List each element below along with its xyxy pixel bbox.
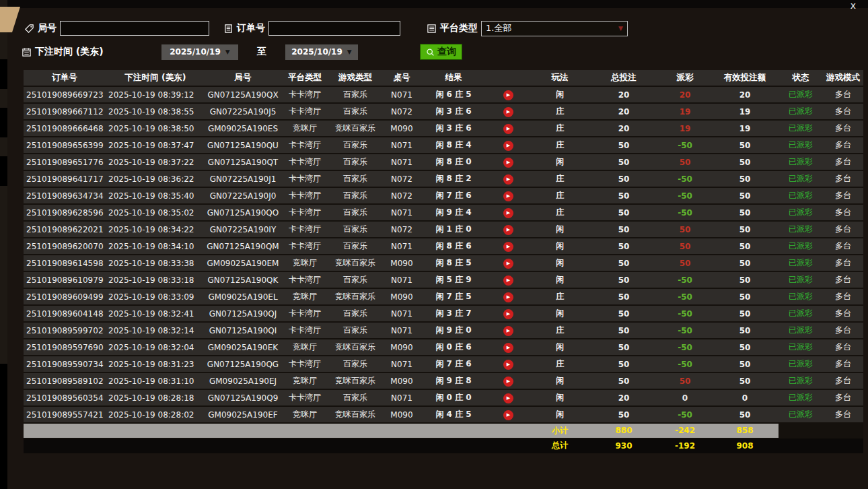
cell-result: 闲 8 庄 2 xyxy=(422,170,485,187)
cell-bet-time: 2025-10-19 08:34:22 xyxy=(106,221,205,238)
cell-valid-bet: 19 xyxy=(711,120,779,137)
play-video-icon[interactable]: ▶ xyxy=(503,410,513,420)
play-video-icon[interactable]: ▶ xyxy=(503,191,513,201)
play-video-icon[interactable]: ▶ xyxy=(503,158,513,168)
cell-valid-bet: 50 xyxy=(711,305,779,322)
platform-type-select[interactable]: 1.全部 ▼ xyxy=(481,21,628,36)
cell-round-no: GM09025A190ES xyxy=(205,120,281,137)
cell-round-no: GN07125A190QJ xyxy=(205,305,281,322)
cell-platform: 卡卡湾厅 xyxy=(281,305,329,322)
cell-result: 闲 9 庄 4 xyxy=(422,204,485,221)
cell-payout: -50 xyxy=(659,170,711,187)
cell-result: 闲 0 庄 0 xyxy=(422,389,485,406)
table-row: 251019089589102 2025-10-19 08:31:10 GM09… xyxy=(24,372,863,389)
table-row: 251019089666468 2025-10-19 08:38:50 GM09… xyxy=(24,120,863,137)
cell-status: 已派彩 xyxy=(779,170,823,187)
cell-game-type: 百家乐 xyxy=(329,154,382,170)
cell-mode: 多台 xyxy=(823,238,863,255)
play-video-icon[interactable]: ▶ xyxy=(503,292,513,302)
cell-platform: 卡卡湾厅 xyxy=(281,154,329,170)
cell-round-no: GN07125A190QT xyxy=(205,154,281,170)
cell-play: ▶ xyxy=(485,406,531,423)
cell-play: ▶ xyxy=(485,187,531,204)
cell-round-no: GM09025A190EL xyxy=(205,288,281,305)
close-icon[interactable]: x xyxy=(851,0,856,11)
table-row: 251019089622021 2025-10-19 08:34:22 GN07… xyxy=(24,221,863,238)
cell-result: 闲 9 庄 8 xyxy=(422,372,485,389)
cell-play: ▶ xyxy=(485,221,531,238)
subtotal-dark-spacer xyxy=(779,423,863,438)
cell-game-type: 百家乐 xyxy=(329,204,382,221)
cell-status: 已派彩 xyxy=(779,356,823,372)
date-to-select[interactable]: 2025/10/19 ▼ xyxy=(285,44,358,60)
cell-game-type: 竞咪百家乐 xyxy=(329,339,382,356)
play-video-icon[interactable]: ▶ xyxy=(503,242,513,252)
play-video-icon[interactable]: ▶ xyxy=(503,259,513,269)
cell-total-bet: 50 xyxy=(589,288,659,305)
cell-status: 已派彩 xyxy=(779,406,823,423)
cell-game-type: 百家乐 xyxy=(329,238,382,255)
play-video-icon[interactable]: ▶ xyxy=(503,208,513,218)
play-video-icon[interactable]: ▶ xyxy=(503,360,513,370)
col-order-no: 订单号 xyxy=(24,70,106,86)
play-video-icon[interactable]: ▶ xyxy=(503,107,513,117)
cell-valid-bet: 50 xyxy=(711,187,779,204)
date-from-select[interactable]: 2025/10/19 ▼ xyxy=(161,44,238,60)
cell-table-no: N071 xyxy=(382,154,422,170)
cell-mode: 多台 xyxy=(823,288,863,305)
cell-table-no: N071 xyxy=(382,356,422,372)
play-video-icon[interactable]: ▶ xyxy=(503,326,513,336)
cell-play-method: 庄 xyxy=(531,120,589,137)
cell-result: 闲 7 庄 5 xyxy=(422,288,485,305)
play-video-icon[interactable]: ▶ xyxy=(503,393,513,403)
query-button[interactable]: 查询 xyxy=(420,44,462,60)
play-video-icon[interactable]: ▶ xyxy=(503,309,513,319)
cell-order-no: 251019089560354 xyxy=(24,389,106,406)
cell-play-method: 庄 xyxy=(531,170,589,187)
cell-table-no: M090 xyxy=(382,406,422,423)
platform-type-value: 1.全部 xyxy=(486,22,511,34)
order-number-label: 订单号 xyxy=(237,22,265,34)
table-row: 251019089597690 2025-10-19 08:32:04 GM09… xyxy=(24,339,863,356)
chevron-down-icon: ▼ xyxy=(347,48,352,55)
cell-order-no: 251019089589102 xyxy=(24,372,106,389)
play-video-icon[interactable]: ▶ xyxy=(503,377,513,387)
play-video-icon[interactable]: ▶ xyxy=(503,90,513,100)
play-video-icon[interactable]: ▶ xyxy=(503,174,513,185)
round-number-input[interactable] xyxy=(60,21,209,36)
cell-mode: 多台 xyxy=(823,221,863,238)
cell-round-no: GN07225A190J1 xyxy=(205,170,281,187)
cell-table-no: N072 xyxy=(382,221,422,238)
play-video-icon[interactable]: ▶ xyxy=(503,124,513,134)
cell-play-method: 闲 xyxy=(531,154,589,170)
cell-order-no: 251019089669723 xyxy=(24,86,106,103)
cell-order-no: 251019089666468 xyxy=(24,120,106,137)
play-video-icon[interactable]: ▶ xyxy=(503,275,513,286)
total-spacer xyxy=(24,438,531,453)
cell-play-method: 闲 xyxy=(531,86,589,103)
cell-valid-bet: 50 xyxy=(711,204,779,221)
cell-mode: 多台 xyxy=(823,406,863,423)
cell-result: 闲 6 庄 5 xyxy=(422,86,485,103)
cell-game-type: 百家乐 xyxy=(329,271,382,288)
cell-table-no: N071 xyxy=(382,305,422,322)
cell-play-method: 闲 xyxy=(531,271,589,288)
cell-result: 闲 1 庄 0 xyxy=(422,221,485,238)
cell-table-no: M090 xyxy=(382,120,422,137)
cell-payout: -50 xyxy=(659,356,711,372)
total-row: 总计 930 -192 908 xyxy=(24,438,863,453)
play-video-icon[interactable]: ▶ xyxy=(503,225,513,235)
cell-valid-bet: 50 xyxy=(711,238,779,255)
cell-total-bet: 50 xyxy=(589,137,659,154)
cell-play-method: 庄 xyxy=(531,103,589,120)
play-video-icon[interactable]: ▶ xyxy=(503,343,513,353)
cell-game-type: 竞咪百家乐 xyxy=(329,288,382,305)
table-header-row: 订单号 下注时间 (美东) 局号 平台类型 游戏类型 桌号 结果 玩法 总投注 … xyxy=(24,70,863,86)
play-video-icon[interactable]: ▶ xyxy=(503,141,513,151)
cell-play-method: 庄 xyxy=(531,187,589,204)
cell-platform: 竞咪厅 xyxy=(281,288,329,305)
cell-platform: 卡卡湾厅 xyxy=(281,137,329,154)
order-number-input[interactable] xyxy=(268,21,400,36)
cell-play-method: 闲 xyxy=(531,406,589,423)
cell-order-no: 251019089620070 xyxy=(24,238,106,255)
